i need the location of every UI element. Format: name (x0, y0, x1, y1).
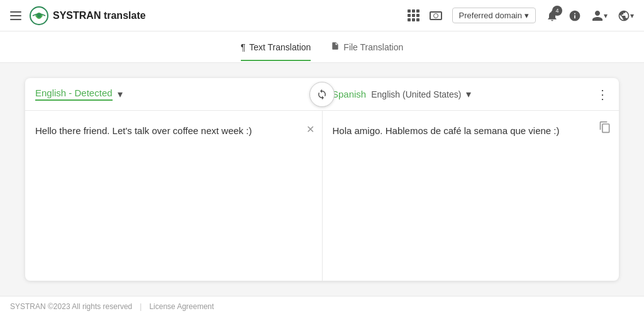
source-text: Hello there friend. Let's talk over coff… (35, 123, 312, 268)
target-language-chevron-icon[interactable]: ▾ (466, 88, 471, 100)
license-agreement-link[interactable]: License Agreement (149, 302, 214, 311)
chevron-down-icon: ▾ (525, 11, 529, 20)
target-text: Hola amigo. Hablemos de café la semana q… (333, 123, 609, 268)
copy-translation-button[interactable] (599, 121, 611, 137)
translation-card: English - Detected ▾ Spanish English (Un… (25, 78, 619, 281)
card-header: English - Detected ▾ Spanish English (Un… (25, 78, 619, 111)
main-content: English - Detected ▾ Spanish English (Un… (0, 63, 644, 296)
swap-icon (316, 89, 328, 100)
tab-text-translation[interactable]: ¶ Text Translation (241, 33, 311, 61)
paragraph-icon: ¶ (241, 42, 246, 52)
chevron-down-icon: ▾ (630, 11, 634, 20)
tabs-bar: ¶ Text Translation File Translation (0, 31, 644, 63)
header-left: SYSTRAN translate (10, 6, 408, 26)
svg-point-1 (37, 14, 41, 18)
tab-file-translation[interactable]: File Translation (331, 33, 403, 61)
footer-separator: | (140, 302, 142, 311)
notification-bell-icon[interactable]: 4 (546, 9, 558, 22)
app-header: SYSTRAN translate Preferred domain ▾ (0, 0, 644, 31)
app-footer: SYSTRAN ©2023 All rights reserved | Lice… (0, 296, 644, 316)
chevron-down-icon: ▾ (604, 11, 608, 20)
grid-icon[interactable] (408, 9, 419, 21)
header-right: Preferred domain ▾ 4 ▾ ▾ (408, 8, 634, 23)
info-icon[interactable] (569, 9, 581, 22)
source-language-chevron-icon[interactable]: ▾ (118, 88, 123, 100)
swap-languages-button[interactable] (309, 82, 335, 107)
target-language-section: Spanish English (United States) ▾ ⋮ (312, 87, 609, 102)
logo-icon (29, 6, 49, 26)
tab-text-translation-label: Text Translation (249, 42, 311, 52)
card-body: Hello there friend. Let's talk over coff… (25, 111, 619, 281)
clear-text-button[interactable]: ✕ (306, 123, 314, 135)
source-language-label[interactable]: English - Detected (35, 87, 113, 101)
target-panel: Hola amigo. Hablemos de café la semana q… (323, 111, 619, 281)
source-language-section: English - Detected ▾ (35, 87, 312, 101)
tab-file-translation-label: File Translation (343, 42, 403, 52)
file-icon (331, 42, 340, 52)
hamburger-menu-icon[interactable] (10, 11, 21, 20)
id-card-visual (430, 11, 442, 20)
target-language-more-icon[interactable]: ⋮ (596, 87, 609, 102)
copy-icon (599, 121, 611, 133)
logo: SYSTRAN translate (29, 6, 146, 26)
id-card-icon[interactable] (430, 11, 442, 20)
target-language-primary-label[interactable]: Spanish (332, 89, 366, 99)
target-language-secondary-label[interactable]: English (United States) (371, 89, 461, 99)
copyright-text: SYSTRAN ©2023 All rights reserved (10, 302, 132, 311)
user-account-icon[interactable]: ▾ (591, 9, 608, 22)
notification-badge-count: 4 (552, 6, 562, 16)
preferred-domain-button[interactable]: Preferred domain ▾ (452, 8, 536, 23)
source-panel: Hello there friend. Let's talk over coff… (25, 111, 323, 281)
grid-icon-visual (408, 9, 419, 21)
logo-text: SYSTRAN translate (53, 10, 146, 21)
language-globe-icon[interactable]: ▾ (618, 9, 634, 22)
